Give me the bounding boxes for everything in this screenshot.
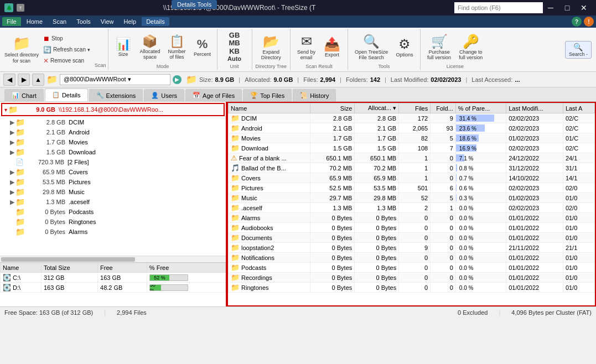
select-dir-btn[interactable]: 📁 Select directoryfor scan <box>4 30 39 69</box>
cell-folders: 0 <box>431 233 456 243</box>
tree-item[interactable]: ▶ 📁 65.9 MB Covers <box>0 167 226 177</box>
col-header-name[interactable]: Name <box>229 103 310 113</box>
table-row[interactable]: 📁Documents 0 Bytes 0 Bytes 0 0 0.0 % 01/… <box>229 233 595 243</box>
data-table-scroll[interactable]: Name Size Allocat... ▾ Files Fold... % o… <box>228 103 595 305</box>
expand-directory-btn[interactable]: 📂 ExpandDirectory <box>256 30 287 64</box>
cell-pct: 0.6 % <box>455 183 506 193</box>
tab-age-of-files[interactable]: 📅Age of Files <box>185 89 242 101</box>
tree-item[interactable]: ▶ 📁 1.5 GB Download <box>0 147 226 157</box>
table-row[interactable]: 📁Alarms 0 Bytes 0 Bytes 0 0 0.0 % 01/01/… <box>229 213 595 223</box>
col-pct[interactable]: % Free <box>147 263 225 273</box>
tree-item[interactable]: ▶ 📁 0 Bytes Ringtones <box>0 217 226 227</box>
table-row[interactable]: 🎵Ballad of the B... 70.2 MB 70.2 MB 1 0 … <box>229 163 595 173</box>
tree-item[interactable]: ▶ 📁 2.8 GB DCIM <box>0 117 226 127</box>
menu-item-home[interactable]: Home <box>22 17 47 26</box>
tree-item[interactable]: ▶ 📁 29.8 MB Music <box>0 187 226 197</box>
tree-item[interactable]: ▶ 📄 720.3 MB [2 Files] <box>0 157 226 167</box>
tree-area[interactable]: ▶ 📁 2.8 GB DCIM ▶ 📁 2.1 GB Android ▶ 📁 1… <box>0 117 226 256</box>
open-treesizefs-button[interactable]: 🔍 Open TreeSizeFile Search <box>351 33 391 61</box>
cell-size: 1.3 MB <box>310 203 355 213</box>
export-button[interactable]: 📤 Export <box>320 35 344 59</box>
table-row[interactable]: 📁Music 29.7 MB 29.8 MB 52 5 0.3 % 01/02/… <box>229 193 595 203</box>
col-free[interactable]: Free <box>98 263 147 273</box>
tab-details[interactable]: 📋Details <box>45 89 88 101</box>
number-of-files-button[interactable]: 📋 Numberof files <box>165 33 189 61</box>
tab-history[interactable]: 📜History <box>293 89 336 101</box>
tree-item[interactable]: ▶ 📁 2.1 GB Android <box>0 127 226 137</box>
purchase-full-version-button[interactable]: 🛒 Purchasefull version <box>424 33 454 61</box>
table-row[interactable]: 📁Covers 65.9 MB 65.9 MB 1 0 0.7 % 14/10/… <box>229 173 595 183</box>
col-header-lastmod[interactable]: Last Modifi... <box>506 103 563 113</box>
tab-chart[interactable]: 📊Chart <box>4 89 44 101</box>
cell-lastacc: 01/0 <box>563 263 594 273</box>
table-row[interactable]: 📁Android 2.1 GB 2.1 GB 2,065 93 23.6 % 0… <box>229 123 595 133</box>
minimize-button[interactable]: ─ <box>543 2 558 13</box>
info-button[interactable]: ! <box>584 17 594 27</box>
menu-item-view[interactable]: View <box>96 17 118 26</box>
table-row[interactable]: 📁loopstation2 0 Bytes 0 Bytes 9 0 0.0 % … <box>229 243 595 253</box>
table-row[interactable]: 📁Notifications 0 Bytes 0 Bytes 0 0 0.0 %… <box>229 253 595 263</box>
options-button[interactable]: ⚙ Options <box>392 35 417 59</box>
send-by-email-button[interactable]: ✉ Send byemail <box>294 33 319 61</box>
table-row[interactable]: 📁DCIM 2.8 GB 2.8 GB 172 9 31.4 % 02/02/2… <box>229 113 595 123</box>
tree-item[interactable]: ▶ 📁 0 Bytes Podcasts <box>0 207 226 217</box>
tree-root-item[interactable]: ▾ 📁 9.0 GB \\192.168.1.34@8000\DavWWWRoo… <box>1 103 225 116</box>
tree-scrollbar-area[interactable] <box>0 256 226 262</box>
table-row[interactable]: ⚠Fear of a blank ... 650.1 MB 650.1 MB 1… <box>229 153 595 163</box>
auto-unit-btn[interactable]: GBMBKB Auto <box>221 30 248 64</box>
size-mode-button[interactable]: 📊 Size <box>111 36 135 58</box>
change-to-full-version-button[interactable]: 🔑 Change tofull version <box>455 33 486 61</box>
go-button[interactable]: ▶ <box>173 75 182 84</box>
tab-top-files[interactable]: 🏆Top Files <box>243 89 292 101</box>
table-row[interactable]: 📁Ringtones 0 Bytes 0 Bytes 0 0 0.0 % 01/… <box>229 283 595 293</box>
percent-button[interactable]: % Percent <box>190 36 215 58</box>
table-row[interactable]: 📁Audiobooks 0 Bytes 0 Bytes 0 0 0.0 % 01… <box>229 223 595 233</box>
remove-scan-button[interactable]: ✕Remove scan <box>41 56 92 66</box>
tree-item[interactable]: ▶ 📁 1.3 MB .aceself <box>0 197 226 207</box>
menu-item-help[interactable]: Help <box>120 17 141 26</box>
tree-item[interactable]: ▶ 📁 1.7 GB Movies <box>0 137 226 147</box>
col-header-lastacc[interactable]: Last A <box>563 103 594 113</box>
menu-item-scan[interactable]: Scan <box>48 17 71 26</box>
col-header-alloc[interactable]: Allocat... ▾ <box>355 103 399 113</box>
cell-pct: 16.9 % <box>455 143 506 153</box>
stop-button[interactable]: ⏹Stop <box>41 34 92 44</box>
table-row[interactable]: 📁.aceself 1.3 MB 1.3 MB 2 1 0.0 % 02/02/… <box>229 203 595 213</box>
table-row[interactable]: 📁Download 1.5 GB 1.5 GB 108 7 16.9 % 02/… <box>229 143 595 153</box>
cell-alloc: 0 Bytes <box>355 243 399 253</box>
close-button[interactable]: ✕ <box>576 2 592 13</box>
search-button-area[interactable]: 🔍 Search - <box>563 29 594 70</box>
allocated-space-button[interactable]: 📦 Allocatedspace <box>136 33 163 61</box>
col-header-pct[interactable]: % of Pare... <box>455 103 506 113</box>
table-row[interactable]: 📁Movies 1.7 GB 1.7 GB 82 5 18.6 % 01/02/… <box>229 133 595 143</box>
path-input[interactable]: @8000\DavWWWRoot ▾ <box>60 74 170 85</box>
refresh-scan-button[interactable]: 🔄Refresh scan▾ <box>41 45 92 55</box>
table-row[interactable]: 📁Recordings 0 Bytes 0 Bytes 0 0 0.0 % 01… <box>229 273 595 283</box>
menu-item-tools[interactable]: Tools <box>72 17 95 26</box>
col-total[interactable]: Total Size <box>42 263 98 273</box>
col-name[interactable]: Name <box>1 263 42 273</box>
tab-extensions[interactable]: 🔧Extensions <box>89 89 143 101</box>
tree-item[interactable]: ▶ 📁 53.5 MB Pictures <box>0 177 226 187</box>
forward-button[interactable]: ▶ <box>18 74 30 86</box>
cell-name: 🎵Ballad of the B... <box>229 163 310 173</box>
find-option-input[interactable] <box>454 2 543 13</box>
search-button[interactable]: 🔍 Search - <box>565 41 592 59</box>
tab-users[interactable]: 👤Users <box>144 89 184 101</box>
col-header-size[interactable]: Size <box>310 103 355 113</box>
maximize-button[interactable]: □ <box>559 2 575 13</box>
up-button[interactable]: ▲ <box>32 74 44 86</box>
col-header-files[interactable]: Files <box>399 103 431 113</box>
tree-item[interactable]: ▶ 📁 0 Bytes Alarms <box>0 227 226 237</box>
menu-item-file[interactable]: File <box>2 17 21 26</box>
table-row[interactable]: 📁Podcasts 0 Bytes 0 Bytes 0 0 0.0 % 01/0… <box>229 263 595 273</box>
menu-item-details[interactable]: Details <box>142 17 169 26</box>
cell-alloc: 0 Bytes <box>355 263 399 273</box>
tree-scrollbar-thumb[interactable] <box>1 257 135 262</box>
back-button[interactable]: ◀ <box>3 74 15 86</box>
drive-row[interactable]: 💽 C:\ 312 GB 163 GB 52 % <box>1 273 226 283</box>
table-row[interactable]: 📁Pictures 52.5 MB 53.5 MB 501 6 0.6 % 02… <box>229 183 595 193</box>
drive-row[interactable]: 💽 D:\ 163 GB 48.2 GB 30 % <box>1 283 226 293</box>
col-header-folders[interactable]: Fold... <box>431 103 456 113</box>
help-button[interactable]: ? <box>572 17 582 27</box>
